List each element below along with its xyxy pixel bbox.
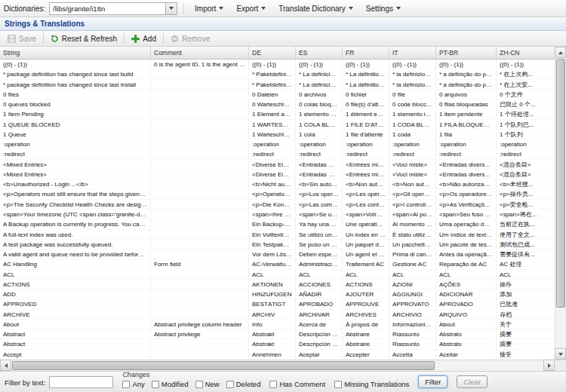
translation-cell[interactable]: :redirect (249, 149, 296, 159)
string-cell[interactable]: ACTIONS (0, 280, 151, 289)
translation-cell[interactable]: 0 file(s) d'attente bl... (343, 100, 389, 109)
translation-cell[interactable]: ((0) - (1)) (497, 60, 555, 69)
translation-cell[interactable]: :redirect (296, 149, 343, 159)
string-cell[interactable]: ACL (0, 270, 151, 280)
string-cell[interactable]: :operation (0, 139, 151, 149)
translation-cell[interactable]: 1 file d'attente (343, 130, 389, 139)
table-row[interactable]: A full-text index was used.Ein Volltexti… (0, 230, 555, 240)
vertical-scroll-thumb[interactable] (556, 59, 565, 308)
translation-cell[interactable]: 关于 (497, 320, 555, 329)
translation-cell[interactable]: 接受 (497, 350, 555, 360)
translation-cell[interactable]: 1 fila (436, 130, 497, 139)
table-row[interactable]: <Mixed Entries><Diverse Einträge><Entrad… (0, 160, 555, 170)
comment-cell[interactable] (151, 100, 249, 109)
translation-cell[interactable]: ACL (497, 270, 555, 280)
string-cell[interactable]: A valid agent and queue need to be provi… (0, 250, 151, 259)
string-cell[interactable]: 1 Item Pending (0, 109, 151, 119)
translation-cell[interactable]: 0 Dateien (249, 90, 296, 100)
table-row[interactable]: 1 Item Pending1 Element ausstehend1 elem… (0, 109, 555, 119)
translation-cell[interactable]: 0 arquivos (436, 90, 497, 100)
translation-cell[interactable]: :redirect (389, 149, 436, 159)
comment-cell[interactable]: Abstract privilege column header (151, 320, 249, 329)
string-cell[interactable]: <Mixed Entries> (0, 170, 151, 179)
column-header-zh-cn[interactable]: ZH-CN (497, 47, 555, 59)
table-row[interactable]: AcceptAnnehmenAceptarAccepterAccettaAcei… (0, 350, 555, 360)
table-row[interactable]: 1 Queue1 Warteschlange1 cola1 file d'att… (0, 130, 555, 139)
translation-cell[interactable]: :operation (497, 139, 555, 149)
translation-cell[interactable]: 1 CODA BLOCCATA (389, 120, 436, 130)
translation-cell[interactable]: <p>Gli operatori de... (389, 189, 436, 199)
comment-cell[interactable] (151, 289, 249, 299)
translation-cell[interactable]: 已阻止 0 个... (497, 100, 555, 109)
string-cell[interactable]: About (0, 320, 151, 329)
string-cell[interactable]: * package definition has changed since l… (0, 80, 151, 90)
comment-cell[interactable] (151, 299, 249, 309)
translation-cell[interactable]: Abstraire (343, 329, 389, 339)
translation-cell[interactable]: Al momento è in cor... (389, 219, 436, 229)
column-header-comment[interactable]: Comment (151, 47, 249, 59)
column-header-es[interactable]: ES (296, 47, 343, 59)
table-row[interactable]: A Backup operation is currently in progr… (0, 219, 555, 229)
translation-cell[interactable]: Descripción breve (296, 339, 343, 349)
translation-cell[interactable]: 1 cola (296, 130, 343, 139)
comment-cell[interactable] (151, 179, 249, 189)
translation-cell[interactable]: ((0) - (1)) (343, 60, 389, 69)
translation-cell[interactable]: AJOUTER (343, 289, 389, 299)
table-row[interactable]: A valid agent and queue need to be provi… (0, 250, 555, 259)
translation-cell[interactable]: Ein Volltextindex wu... (249, 230, 296, 240)
translation-cell[interactable]: ACL (436, 270, 497, 280)
comment-cell[interactable]: Form field (151, 259, 249, 269)
translation-cell[interactable]: 需要提供有... (497, 250, 555, 259)
translation-cell[interactable]: ARCHIVES (343, 310, 389, 320)
translation-cell[interactable]: ARCHIV (249, 310, 296, 320)
translation-cell[interactable]: Deben especificarse ... (296, 250, 343, 259)
table-row[interactable]: APPROVEDBESTÄTIGTAPROBADOAPPROUVEAPPROVA… (0, 299, 555, 309)
comment-cell[interactable] (151, 210, 249, 219)
translation-cell[interactable]: 0 fichier (343, 90, 389, 100)
table-row[interactable]: * package definition has changed since l… (0, 80, 555, 90)
translation-cell[interactable]: 1 Warteschlange (249, 130, 296, 139)
comment-cell[interactable] (151, 240, 249, 250)
translation-cell[interactable]: <Diverse Einträge> (249, 160, 296, 170)
string-cell[interactable]: ARCHIVE (0, 310, 151, 320)
comment-cell[interactable] (151, 230, 249, 240)
translation-cell[interactable]: 0 colas bloqueadas (296, 100, 343, 109)
modified-checkbox[interactable]: Modified (152, 380, 189, 388)
scroll-down-button[interactable] (555, 348, 566, 360)
translation-cell[interactable]: * Paketdefinition hat... (249, 80, 296, 90)
translation-cell[interactable]: <span>将在... (497, 210, 555, 219)
translation-cell[interactable]: ARQUIVO (436, 310, 497, 320)
translation-cell[interactable]: <p>操作员... (497, 189, 555, 199)
table-row[interactable]: * package definition has changed since l… (0, 69, 555, 79)
translation-cell[interactable]: ((0) - (1)) (389, 60, 436, 69)
translate-dictionary-menu-button[interactable]: Translate Dictionary (274, 3, 358, 14)
translation-cell[interactable]: APPROUVE (343, 299, 389, 309)
translation-cell[interactable]: ACTIONS (343, 280, 389, 289)
translation-cell[interactable]: ACL (296, 270, 343, 280)
translation-cell[interactable]: Informazioni su (389, 320, 436, 329)
translation-cell[interactable]: AC 处理 (497, 259, 555, 269)
translation-cell[interactable]: Un agent et une file ... (343, 250, 389, 259)
filter-button[interactable]: Filter (418, 375, 448, 388)
translation-cell[interactable]: <Voci miste> (389, 170, 436, 179)
translation-cell[interactable]: <p>Les contrôles d'i... (343, 200, 389, 210)
settings-menu-button[interactable]: Settings (361, 3, 405, 14)
translation-cell[interactable]: * a definição do pac... (436, 80, 497, 90)
comment-cell[interactable] (151, 270, 249, 280)
translation-cell[interactable]: * La définition du pa... (343, 80, 389, 90)
table-row[interactable]: ADDHINZUFÜGENAÑADIRAJOUTERAGGIUNGIADICIO… (0, 289, 555, 299)
translation-cell[interactable]: <b>Sin autorización... (296, 179, 343, 189)
string-cell[interactable]: <Mixed Entries> (0, 160, 151, 170)
translation-cell[interactable]: Une opération de sa... (343, 219, 389, 229)
string-cell[interactable]: 0 files (0, 90, 151, 100)
translation-cell[interactable]: È stato utilizzato un ... (389, 230, 436, 240)
translation-cell[interactable]: * la definizione del p... (389, 80, 436, 90)
translation-cell[interactable]: ACL (249, 270, 296, 280)
translation-cell[interactable]: :redirect (436, 149, 497, 159)
translation-cell[interactable]: Aceptar (296, 350, 343, 360)
reset-refresh-button[interactable]: Reset & Refresh (46, 33, 122, 44)
translation-cell[interactable]: Ein Backup-Vorgang ... (249, 219, 296, 229)
comment-cell[interactable] (151, 139, 249, 149)
translation-cell[interactable]: <p>I controlli di sicu... (389, 200, 436, 210)
string-cell[interactable]: 1 QUEUE BLOCKED (0, 120, 151, 130)
